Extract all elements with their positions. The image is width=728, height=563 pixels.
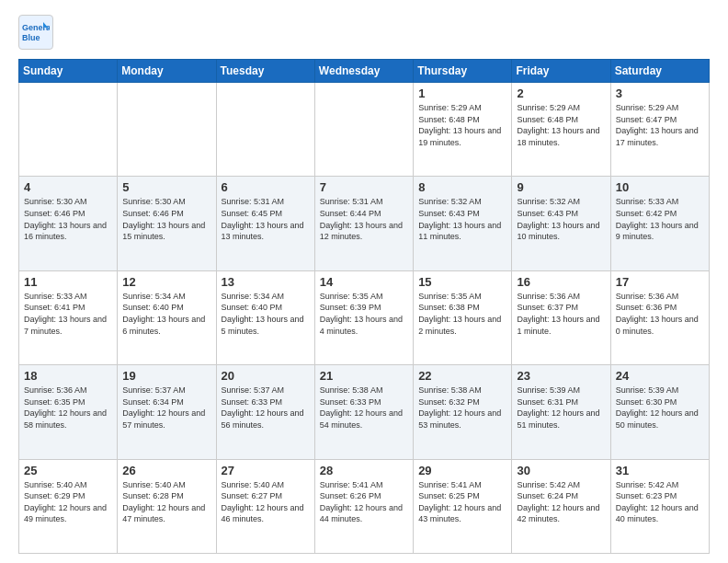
- day-info: Sunrise: 5:29 AM Sunset: 6:48 PM Dayligh…: [517, 102, 605, 148]
- day-cell: 27Sunrise: 5:40 AM Sunset: 6:27 PM Dayli…: [216, 459, 314, 553]
- day-info: Sunrise: 5:42 AM Sunset: 6:24 PM Dayligh…: [517, 479, 605, 525]
- day-info: Sunrise: 5:35 AM Sunset: 6:38 PM Dayligh…: [418, 291, 506, 337]
- weekday-header-thursday: Thursday: [414, 60, 512, 83]
- day-number: 3: [616, 86, 704, 100]
- week-row-1: 1Sunrise: 5:29 AM Sunset: 6:48 PM Daylig…: [19, 83, 710, 177]
- day-cell: 7Sunrise: 5:31 AM Sunset: 6:44 PM Daylig…: [314, 177, 413, 270]
- day-cell: 18Sunrise: 5:36 AM Sunset: 6:35 PM Dayli…: [19, 365, 118, 459]
- day-cell: 20Sunrise: 5:37 AM Sunset: 6:33 PM Dayli…: [216, 365, 314, 459]
- day-number: 1: [418, 86, 506, 100]
- day-cell: [314, 83, 413, 177]
- day-cell: 10Sunrise: 5:33 AM Sunset: 6:42 PM Dayli…: [610, 177, 709, 270]
- day-number: 26: [122, 464, 210, 477]
- day-number: 7: [320, 180, 408, 194]
- day-info: Sunrise: 5:36 AM Sunset: 6:37 PM Dayligh…: [517, 291, 605, 337]
- day-info: Sunrise: 5:37 AM Sunset: 6:34 PM Dayligh…: [122, 385, 210, 431]
- day-info: Sunrise: 5:36 AM Sunset: 6:35 PM Dayligh…: [24, 385, 112, 431]
- week-row-3: 11Sunrise: 5:33 AM Sunset: 6:41 PM Dayli…: [19, 270, 710, 364]
- weekday-header-sunday: Sunday: [19, 60, 118, 83]
- day-info: Sunrise: 5:29 AM Sunset: 6:47 PM Dayligh…: [616, 102, 704, 148]
- day-number: 16: [517, 275, 605, 289]
- day-cell: 12Sunrise: 5:34 AM Sunset: 6:40 PM Dayli…: [118, 270, 216, 364]
- day-info: Sunrise: 5:37 AM Sunset: 6:33 PM Dayligh…: [222, 385, 310, 431]
- day-info: Sunrise: 5:31 AM Sunset: 6:45 PM Dayligh…: [222, 196, 310, 242]
- day-info: Sunrise: 5:40 AM Sunset: 6:27 PM Dayligh…: [222, 479, 310, 525]
- day-cell: 3Sunrise: 5:29 AM Sunset: 6:47 PM Daylig…: [610, 83, 709, 177]
- day-cell: 13Sunrise: 5:34 AM Sunset: 6:40 PM Dayli…: [216, 270, 314, 364]
- day-info: Sunrise: 5:33 AM Sunset: 6:41 PM Dayligh…: [24, 291, 112, 337]
- day-info: Sunrise: 5:40 AM Sunset: 6:28 PM Dayligh…: [122, 479, 210, 525]
- day-info: Sunrise: 5:40 AM Sunset: 6:29 PM Dayligh…: [24, 479, 112, 525]
- day-info: Sunrise: 5:39 AM Sunset: 6:30 PM Dayligh…: [616, 385, 704, 431]
- day-number: 28: [320, 464, 408, 477]
- day-cell: 11Sunrise: 5:33 AM Sunset: 6:41 PM Dayli…: [19, 270, 118, 364]
- day-cell: 30Sunrise: 5:42 AM Sunset: 6:24 PM Dayli…: [512, 459, 610, 553]
- day-info: Sunrise: 5:34 AM Sunset: 6:40 PM Dayligh…: [222, 291, 310, 337]
- day-cell: 15Sunrise: 5:35 AM Sunset: 6:38 PM Dayli…: [414, 270, 512, 364]
- day-cell: 26Sunrise: 5:40 AM Sunset: 6:28 PM Dayli…: [118, 459, 216, 553]
- day-info: Sunrise: 5:41 AM Sunset: 6:26 PM Dayligh…: [320, 479, 408, 525]
- day-cell: 4Sunrise: 5:30 AM Sunset: 6:46 PM Daylig…: [19, 177, 118, 270]
- day-number: 15: [418, 275, 506, 289]
- day-number: 24: [616, 369, 704, 383]
- day-info: Sunrise: 5:32 AM Sunset: 6:43 PM Dayligh…: [418, 196, 506, 242]
- day-number: 13: [222, 275, 310, 289]
- logo-graphic: General Blue: [18, 15, 53, 50]
- day-cell: 28Sunrise: 5:41 AM Sunset: 6:26 PM Dayli…: [314, 459, 413, 553]
- day-cell: 6Sunrise: 5:31 AM Sunset: 6:45 PM Daylig…: [216, 177, 314, 270]
- day-info: Sunrise: 5:34 AM Sunset: 6:40 PM Dayligh…: [122, 291, 210, 337]
- day-number: 18: [24, 369, 112, 383]
- day-number: 21: [320, 369, 408, 383]
- day-number: 14: [320, 275, 408, 289]
- day-cell: 1Sunrise: 5:29 AM Sunset: 6:48 PM Daylig…: [414, 83, 512, 177]
- day-info: Sunrise: 5:38 AM Sunset: 6:33 PM Dayligh…: [320, 385, 408, 431]
- day-info: Sunrise: 5:29 AM Sunset: 6:48 PM Dayligh…: [418, 102, 506, 148]
- week-row-4: 18Sunrise: 5:36 AM Sunset: 6:35 PM Dayli…: [19, 365, 710, 459]
- day-info: Sunrise: 5:36 AM Sunset: 6:36 PM Dayligh…: [616, 291, 704, 337]
- day-info: Sunrise: 5:31 AM Sunset: 6:44 PM Dayligh…: [320, 196, 408, 242]
- weekday-header-friday: Friday: [512, 60, 610, 83]
- day-number: 12: [122, 275, 210, 289]
- day-cell: 23Sunrise: 5:39 AM Sunset: 6:31 PM Dayli…: [512, 365, 610, 459]
- day-number: 10: [616, 180, 704, 194]
- day-cell: 25Sunrise: 5:40 AM Sunset: 6:29 PM Dayli…: [19, 459, 118, 553]
- weekday-header-saturday: Saturday: [610, 60, 709, 83]
- day-number: 22: [418, 369, 506, 383]
- weekday-header-wednesday: Wednesday: [314, 60, 413, 83]
- day-cell: 29Sunrise: 5:41 AM Sunset: 6:25 PM Dayli…: [414, 459, 512, 553]
- day-cell: 16Sunrise: 5:36 AM Sunset: 6:37 PM Dayli…: [512, 270, 610, 364]
- day-number: 9: [517, 180, 605, 194]
- day-cell: 9Sunrise: 5:32 AM Sunset: 6:43 PM Daylig…: [512, 177, 610, 270]
- day-cell: 14Sunrise: 5:35 AM Sunset: 6:39 PM Dayli…: [314, 270, 413, 364]
- day-cell: 22Sunrise: 5:38 AM Sunset: 6:32 PM Dayli…: [414, 365, 512, 459]
- day-number: 19: [122, 369, 210, 383]
- day-info: Sunrise: 5:42 AM Sunset: 6:23 PM Dayligh…: [616, 479, 704, 525]
- day-cell: [118, 83, 216, 177]
- calendar-table: SundayMondayTuesdayWednesdayThursdayFrid…: [18, 59, 710, 554]
- day-info: Sunrise: 5:30 AM Sunset: 6:46 PM Dayligh…: [24, 196, 112, 242]
- day-info: Sunrise: 5:39 AM Sunset: 6:31 PM Dayligh…: [517, 385, 605, 431]
- day-number: 6: [222, 180, 310, 194]
- day-cell: 24Sunrise: 5:39 AM Sunset: 6:30 PM Dayli…: [610, 365, 709, 459]
- day-cell: 21Sunrise: 5:38 AM Sunset: 6:33 PM Dayli…: [314, 365, 413, 459]
- day-cell: 8Sunrise: 5:32 AM Sunset: 6:43 PM Daylig…: [414, 177, 512, 270]
- weekday-header-row: SundayMondayTuesdayWednesdayThursdayFrid…: [19, 60, 710, 83]
- day-number: 2: [517, 86, 605, 100]
- day-number: 23: [517, 369, 605, 383]
- day-number: 31: [616, 464, 704, 477]
- day-cell: 2Sunrise: 5:29 AM Sunset: 6:48 PM Daylig…: [512, 83, 610, 177]
- week-row-2: 4Sunrise: 5:30 AM Sunset: 6:46 PM Daylig…: [19, 177, 710, 270]
- day-cell: [19, 83, 118, 177]
- day-number: 29: [418, 464, 506, 477]
- day-cell: 5Sunrise: 5:30 AM Sunset: 6:46 PM Daylig…: [118, 177, 216, 270]
- day-number: 5: [122, 180, 210, 194]
- day-number: 20: [222, 369, 310, 383]
- weekday-header-tuesday: Tuesday: [216, 60, 314, 83]
- day-number: 8: [418, 180, 506, 194]
- day-number: 30: [517, 464, 605, 477]
- svg-text:Blue: Blue: [22, 33, 40, 42]
- day-number: 25: [24, 464, 112, 477]
- page: General Blue SundayMondayTuesdayWednesda…: [0, 0, 728, 563]
- day-info: Sunrise: 5:32 AM Sunset: 6:43 PM Dayligh…: [517, 196, 605, 242]
- day-number: 27: [222, 464, 310, 477]
